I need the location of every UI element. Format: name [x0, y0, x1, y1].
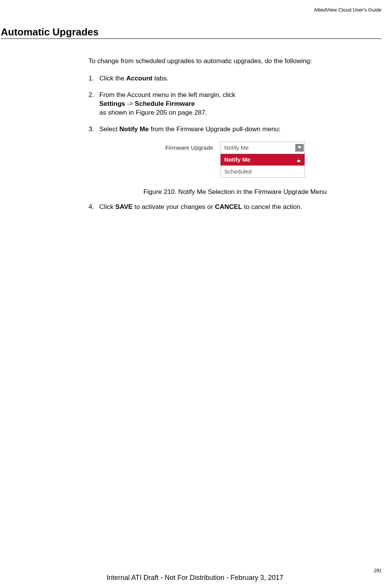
step-body: Select Notify Me from the Firmware Upgra… — [99, 125, 382, 134]
bold-text: Notify Me — [119, 125, 149, 133]
text: Click the — [99, 75, 126, 82]
step-body: From the Account menu in the left margin… — [99, 91, 382, 117]
step-number: 4. — [89, 203, 99, 212]
page-number: 291 — [374, 568, 382, 573]
title-underline — [1, 38, 382, 39]
option-text: Notify Me — [224, 144, 249, 152]
bold-text: Account — [126, 75, 152, 82]
text: tabs. — [152, 75, 169, 82]
figure-container: Firmware Upgrade Notify Me Notify Me Sch… — [89, 142, 382, 197]
footer-draft-notice: Internal ATI Draft - Not For Distributio… — [0, 574, 390, 582]
figure-caption: Figure 210. Notify Me Selection in the F… — [143, 188, 326, 197]
option-text: Notify Me — [224, 156, 251, 163]
text: Select — [99, 125, 119, 133]
section-title: Automatic Upgrades — [1, 26, 99, 38]
content-area: To change from scheduled upgrades to aut… — [89, 57, 382, 219]
bold-text: SAVE — [115, 203, 133, 210]
text: -> — [125, 100, 135, 107]
cursor-pointer-icon — [295, 157, 302, 164]
chevron-down-icon[interactable] — [295, 144, 304, 152]
step-list-continued: 4. Click SAVE to activate your changes o… — [89, 203, 382, 212]
step-1: 1. Click the Account tabs. — [89, 74, 382, 83]
step-number: 2. — [89, 91, 99, 117]
dropdown-option-notify-me[interactable]: Notify Me — [221, 154, 305, 166]
step-number: 1. — [89, 74, 99, 83]
text: From the Account menu in the left margin… — [99, 91, 235, 99]
bold-text: Schedule Firmware — [135, 100, 195, 107]
dropdown-option-scheduled[interactable]: Scheduled — [221, 166, 305, 177]
bold-text: CANCEL — [215, 203, 242, 210]
dropdown-selected-value[interactable]: Notify Me — [221, 142, 305, 154]
firmware-upgrade-dropdown[interactable]: Notify Me Notify Me Scheduled — [220, 142, 305, 178]
step-list: 1. Click the Account tabs. 2. From the A… — [89, 74, 382, 134]
step-number: 3. — [89, 125, 99, 134]
text: Click — [99, 203, 115, 210]
option-text: Scheduled — [224, 168, 252, 175]
header-guide-title: AlliedView Cloud User's Guide — [314, 7, 382, 13]
step-2: 2. From the Account menu in the left mar… — [89, 91, 382, 117]
step-body: Click SAVE to activate your changes or C… — [99, 203, 382, 212]
text: to cancel the action. — [242, 203, 302, 210]
step-4: 4. Click SAVE to activate your changes o… — [89, 203, 382, 212]
step-body: Click the Account tabs. — [99, 74, 382, 83]
text: from the Firmware Upgrade pull-down menu… — [149, 125, 280, 133]
text: to activate your changes or — [133, 203, 215, 210]
dropdown-label: Firmware Upgrade — [165, 142, 213, 152]
intro-paragraph: To change from scheduled upgrades to aut… — [89, 57, 382, 66]
dropdown-demo: Firmware Upgrade Notify Me Notify Me Sch… — [165, 142, 305, 178]
text: as shown in Figure 205 on page 287. — [99, 109, 207, 116]
step-3: 3. Select Notify Me from the Firmware Up… — [89, 125, 382, 134]
bold-text: Settings — [99, 100, 125, 107]
